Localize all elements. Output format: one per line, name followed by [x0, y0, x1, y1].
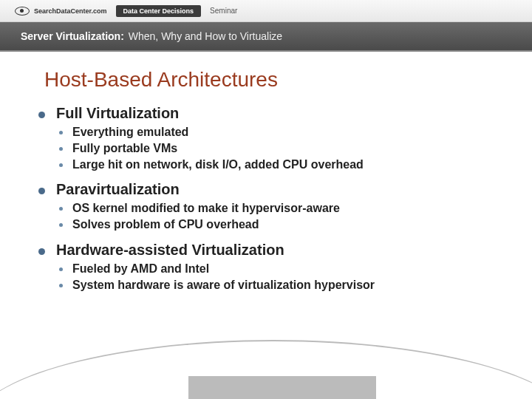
list-item: Large hit on network, disk I/O, added CP… — [56, 157, 510, 173]
list-item: Fueled by AMD and Intel — [56, 262, 510, 277]
slide-body: Host-Based Architectures Full Virtualiza… — [0, 52, 532, 310]
subtitle-strong: Server Virtualization: — [21, 30, 124, 42]
decorative-swoosh — [0, 340, 532, 399]
section-paravirtualization: Paravirtualization OS kernel modified to… — [38, 181, 510, 233]
seminar-label: Seminar — [210, 7, 237, 15]
section-heading: Paravirtualization — [56, 181, 180, 197]
bullet-list-level2: Fueled by AMD and Intel System hardware … — [56, 262, 510, 293]
brand-group: SearchDataCenter.com — [15, 7, 107, 16]
list-item: Everything emulated — [56, 125, 510, 140]
bullet-list-level2: OS kernel modified to make it hypervisor… — [56, 201, 510, 233]
section-full-virtualization: Full Virtualization Everything emulated … — [38, 105, 510, 172]
list-item: Fully portable VMs — [56, 141, 510, 157]
eye-icon — [15, 7, 30, 16]
section-hardware-assisted: Hardware-assisted Virtualization Fueled … — [38, 242, 510, 293]
bullet-list-level1: Full Virtualization Everything emulated … — [38, 105, 510, 293]
section-heading: Hardware-assisted Virtualization — [56, 242, 284, 258]
pill-label: Data Center Decisions — [116, 5, 202, 17]
section-heading: Full Virtualization — [56, 105, 179, 121]
list-item: OS kernel modified to make it hypervisor… — [56, 201, 510, 216]
brand-name: SearchDataCenter.com — [34, 7, 107, 15]
bullet-list-level2: Everything emulated Fully portable VMs L… — [56, 125, 510, 172]
subtitle-bar: Server Virtualization: When, Why and How… — [0, 22, 532, 50]
slide-title: Host-Based Architectures — [44, 68, 510, 92]
subtitle-rest: When, Why and How to Virtualize — [129, 30, 282, 42]
list-item: Solves problem of CPU overhead — [56, 217, 510, 233]
top-bar: SearchDataCenter.com Data Center Decisio… — [0, 0, 532, 22]
list-item: System hardware is aware of virtualizati… — [56, 278, 510, 293]
